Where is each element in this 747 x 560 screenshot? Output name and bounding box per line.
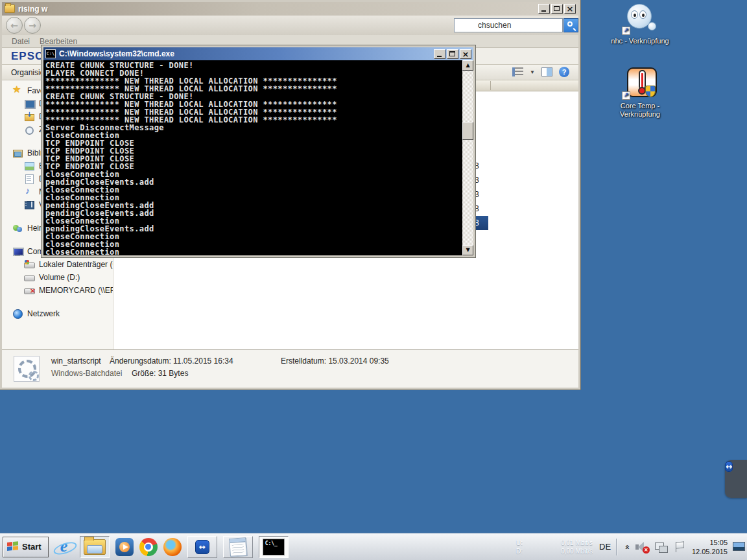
taskbar-item-firefox[interactable] — [163, 536, 182, 558]
search-button[interactable] — [563, 18, 578, 32]
sidebar-item-icon — [12, 148, 23, 158]
taskbar-item-media-player[interactable] — [115, 536, 134, 558]
show-hidden-icons-chevron[interactable] — [623, 544, 631, 550]
console-line: closeConnection — [45, 193, 462, 201]
download-label: D: — [516, 547, 525, 555]
sidebar-item-label: Netzwerk — [27, 309, 60, 318]
search-input[interactable]: chsuchen — [454, 18, 563, 32]
sidebar-item[interactable]: Volume (D:) — [2, 271, 113, 284]
menu-bearbeiten[interactable]: Bearbeiten — [40, 37, 77, 46]
taskbar-item-teamviewer[interactable] — [187, 536, 217, 558]
upload-value: 0,01 Mbit/s — [528, 539, 593, 547]
shortcut-arrow-icon — [622, 27, 630, 35]
chevron-down-icon[interactable]: ▼ — [530, 69, 535, 75]
sidebar-item-icon — [24, 161, 34, 171]
minimize-button[interactable] — [538, 4, 550, 14]
display-tray-icon[interactable] — [733, 542, 744, 552]
chrome-icon — [139, 538, 158, 556]
console-line: closeConnection — [45, 131, 462, 139]
sidebar-item-icon — [24, 124, 34, 135]
clock[interactable]: 15:05 12.05.2015 — [692, 538, 728, 556]
details-file-name: win_startscript — [51, 356, 101, 366]
tray-separator — [616, 539, 617, 555]
taskbar-item-explorer[interactable] — [80, 536, 110, 558]
taskbar: Start U: 0,01 Mbit/s D: 0,00 Mbit/s DE — [0, 533, 747, 560]
windows-flag-icon — [7, 541, 19, 552]
desktop-icon-core-temp[interactable]: Core Temp - Verknüpfung — [604, 67, 676, 119]
language-indicator[interactable]: DE — [599, 542, 611, 552]
console-line: closeConnection — [45, 248, 462, 255]
details-modified-label: Änderungsdatum: — [110, 356, 171, 366]
menu-datei[interactable]: Datei — [12, 37, 30, 46]
maximize-button[interactable] — [551, 4, 563, 14]
netspeed-monitor[interactable]: U: 0,01 Mbit/s D: 0,00 Mbit/s — [516, 539, 593, 555]
sidebar-item-icon — [24, 259, 34, 270]
teamviewer-panel-tab[interactable] — [725, 460, 747, 498]
help-button[interactable] — [559, 67, 569, 77]
console-lines[interactable]: CREATE CHUNK STRUCTURE - DONE!PLAYER CON… — [43, 60, 462, 255]
start-button[interactable]: Start — [3, 537, 49, 557]
desktop-icon-label: Verknüpfung — [604, 110, 676, 119]
sidebar-item[interactable]: Netzwerk — [2, 307, 113, 320]
console-line: closeConnection — [45, 170, 462, 178]
maximize-button[interactable] — [447, 49, 458, 59]
download-value: 0,00 Mbit/s — [528, 547, 593, 555]
console-line: closeConnection — [45, 232, 462, 240]
explorer-window-title: rising w — [18, 5, 47, 14]
taskbar-item-notepad[interactable] — [223, 536, 253, 558]
forward-button[interactable]: → — [24, 17, 41, 34]
change-view-button[interactable] — [512, 67, 523, 76]
desktop: Computer Skype EPSON Scan Papierkorb nhc… — [0, 0, 747, 560]
taskbar-item-internet-explorer[interactable] — [54, 536, 74, 558]
taskbar-item-cmd[interactable] — [259, 536, 289, 558]
console-line: pendingCloseEvents.add — [45, 224, 462, 232]
minimize-button[interactable] — [434, 49, 445, 59]
search-icon — [567, 21, 573, 27]
details-size-label: Größe: — [132, 369, 156, 378]
search-text: chsuchen — [478, 19, 511, 32]
sidebar-item-icon — [24, 272, 34, 283]
console-line: pendingCloseEvents.add — [45, 178, 462, 185]
close-button[interactable] — [460, 49, 471, 59]
console-line: CREATE CHUNK STRUCTURE - DONE! — [45, 61, 462, 69]
console-line: TCP ENDPOINT CLOSE — [45, 154, 462, 162]
close-button[interactable] — [564, 4, 576, 14]
action-center-flag-icon[interactable] — [674, 541, 685, 553]
sidebar-item-label: Lokaler Datenträger (C — [39, 260, 113, 269]
details-pane: win_startscript Windows-Batchdatei Änder… — [2, 349, 578, 388]
sidebar-item[interactable]: Lokaler Datenträger (C — [2, 258, 113, 271]
clock-date: 12.05.2015 — [692, 547, 728, 556]
console-line: *************** NEW THREAD LOCAL ALLOCAT… — [45, 115, 462, 123]
volume-muted-icon[interactable] — [635, 541, 648, 553]
sidebar-item-icon — [12, 309, 23, 319]
preview-pane-button[interactable] — [541, 67, 552, 76]
cmd-window-title: C:\Windows\system32\cmd.exe — [59, 49, 433, 58]
console-scrollbar[interactable]: ▲ ▼ — [462, 60, 473, 255]
console-line: PLAYER CONNECT DONE! — [45, 69, 462, 76]
scroll-up-arrow-icon[interactable]: ▲ — [462, 60, 473, 71]
console-line: pendingCloseEvents.add — [45, 209, 462, 216]
explorer-titlebar[interactable]: rising w — [2, 2, 578, 16]
desktop-icon-label: nhc - Verknüpfung — [604, 37, 676, 45]
details-modified-value: 11.05.2015 16:34 — [173, 356, 233, 366]
cmd-window: C:\Windows\system32\cmd.exe CREATE CHUNK… — [42, 45, 475, 257]
back-button[interactable]: ← — [6, 17, 23, 34]
uac-shield-icon — [645, 86, 656, 97]
sidebar-item-icon — [12, 86, 23, 96]
taskbar-item-chrome[interactable] — [139, 536, 158, 558]
sidebar-item[interactable]: MEMORYCARD (\\EPSO — [2, 284, 113, 297]
media-player-icon — [115, 538, 134, 556]
console-line: *************** NEW THREAD LOCAL ALLOCAT… — [45, 108, 462, 115]
sidebar-item-icon — [12, 223, 23, 233]
cmd-titlebar[interactable]: C:\Windows\system32\cmd.exe — [43, 47, 473, 60]
scroll-down-arrow-icon[interactable]: ▼ — [462, 245, 473, 255]
clock-time: 15:05 — [692, 538, 728, 547]
teamviewer-icon — [195, 540, 209, 554]
console-line: closeConnection — [45, 185, 462, 193]
details-size-value: 31 Bytes — [158, 369, 189, 378]
sidebar-item-icon — [24, 187, 34, 197]
desktop-icon-nhc[interactable]: nhc - Verknüpfung — [604, 3, 676, 45]
scrollbar-thumb[interactable] — [462, 122, 473, 140]
network-tray-icon[interactable] — [655, 541, 668, 553]
system-tray: U: 0,01 Mbit/s D: 0,00 Mbit/s DE 15:05 1… — [516, 533, 744, 560]
